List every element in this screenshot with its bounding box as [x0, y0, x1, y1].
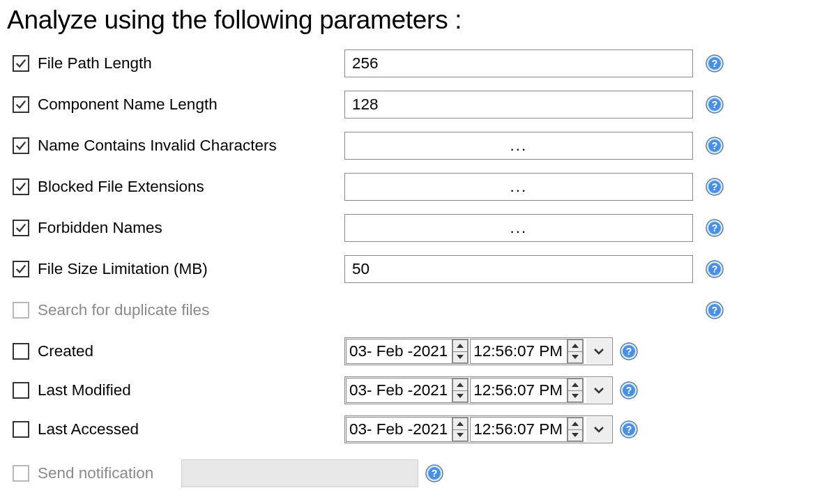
svg-marker-36	[457, 433, 464, 437]
checkbox-modified[interactable]	[13, 382, 29, 399]
input-file-path-length[interactable]	[344, 49, 693, 77]
label-send-notification: Send notification	[38, 464, 181, 482]
checkbox-duplicates	[13, 302, 29, 319]
svg-marker-29	[457, 394, 464, 398]
label-component-name-length: Component Name Length	[38, 96, 344, 114]
time-spinner	[567, 339, 583, 363]
spin-up-icon[interactable]	[452, 379, 468, 390]
checkbox-created[interactable]	[13, 343, 29, 360]
row-send-notification: Send notification ?	[6, 457, 815, 489]
label-created: Created	[38, 342, 344, 360]
svg-marker-21	[457, 344, 464, 348]
label-blocked-ext: Blocked File Extensions	[38, 178, 344, 196]
help-icon[interactable]: ?	[706, 178, 724, 196]
button-forbidden-names-browse[interactable]: ...	[344, 214, 693, 242]
spin-up-icon[interactable]	[452, 339, 468, 351]
checkbox-file-size[interactable]	[13, 261, 29, 277]
row-file-size: File Size Limitation (MB) ?	[6, 253, 815, 284]
checkbox-accessed[interactable]	[13, 421, 29, 438]
spin-down-icon[interactable]	[568, 429, 583, 441]
checkbox-file-path-length[interactable]	[13, 55, 29, 72]
spin-down-icon[interactable]	[452, 390, 468, 402]
help-icon[interactable]: ?	[620, 342, 638, 360]
time-value: 12:56:07 PM	[471, 381, 567, 399]
date-picker-accessed[interactable]: 03- Feb -2021	[346, 417, 469, 442]
svg-text:?: ?	[626, 385, 632, 396]
date-spinner	[452, 339, 468, 363]
checkbox-component-name-length[interactable]	[13, 96, 29, 113]
time-spinner	[567, 418, 583, 441]
page-title: Analyze using the following parameters :	[7, 6, 815, 35]
date-value: 03- Feb -2021	[346, 381, 452, 399]
row-file-path-length: File Path Length ?	[6, 47, 815, 79]
svg-text:?: ?	[712, 99, 718, 110]
help-icon[interactable]: ?	[620, 381, 638, 399]
row-modified: Last Modified 03- Feb -2021 12:56:07 PM …	[6, 374, 815, 406]
svg-marker-37	[572, 422, 579, 426]
button-blocked-ext-browse[interactable]: ...	[344, 173, 693, 201]
svg-marker-38	[572, 433, 579, 437]
label-invalid-chars: Name Contains Invalid Characters	[38, 137, 344, 155]
row-forbidden-names: Forbidden Names ... ?	[6, 212, 815, 243]
row-blocked-ext: Blocked File Extensions ... ?	[6, 171, 815, 202]
input-component-name-length[interactable]	[344, 91, 693, 119]
checkbox-invalid-chars[interactable]	[13, 137, 29, 154]
checkbox-blocked-ext[interactable]	[13, 178, 29, 195]
date-picker-created[interactable]: 03- Feb -2021	[346, 339, 469, 364]
spin-up-icon[interactable]	[452, 418, 468, 429]
help-icon[interactable]: ?	[425, 464, 443, 482]
svg-text:?: ?	[712, 222, 718, 234]
calendar-dropdown-button[interactable]	[586, 339, 611, 364]
datetime-created: 03- Feb -2021 12:56:07 PM	[344, 337, 613, 365]
time-value: 12:56:07 PM	[471, 420, 567, 438]
time-picker-created[interactable]: 12:56:07 PM	[470, 339, 584, 364]
spin-down-icon[interactable]	[568, 351, 583, 363]
spin-down-icon[interactable]	[568, 390, 583, 402]
help-icon[interactable]: ?	[620, 420, 638, 438]
label-accessed: Last Accessed	[38, 420, 344, 438]
time-picker-accessed[interactable]: 12:56:07 PM	[470, 417, 584, 442]
calendar-dropdown-button[interactable]	[586, 378, 611, 403]
svg-marker-28	[457, 383, 464, 387]
spin-up-icon[interactable]	[568, 339, 583, 351]
svg-marker-30	[572, 383, 579, 387]
svg-marker-23	[572, 344, 579, 348]
spin-down-icon[interactable]	[452, 351, 468, 363]
date-spinner	[452, 418, 468, 441]
svg-marker-35	[457, 422, 464, 426]
help-icon[interactable]: ?	[706, 219, 724, 237]
svg-marker-31	[572, 394, 579, 398]
help-icon[interactable]: ?	[706, 96, 724, 114]
input-send-notification	[181, 459, 418, 487]
label-duplicates: Search for duplicate files	[38, 301, 344, 319]
row-component-name-length: Component Name Length ?	[6, 89, 815, 120]
help-icon[interactable]: ?	[706, 137, 724, 155]
label-file-size: File Size Limitation (MB)	[38, 260, 344, 278]
help-icon[interactable]: ?	[706, 260, 724, 278]
input-file-size[interactable]	[344, 255, 693, 283]
svg-text:?: ?	[712, 264, 718, 275]
row-created: Created 03- Feb -2021 12:56:07 PM ?	[6, 335, 815, 367]
calendar-dropdown-button[interactable]	[586, 417, 611, 442]
svg-text:?: ?	[432, 468, 438, 479]
svg-text:?: ?	[712, 305, 718, 316]
checkbox-forbidden-names[interactable]	[13, 220, 29, 236]
checkbox-send-notification	[13, 465, 29, 482]
help-icon[interactable]: ?	[706, 301, 724, 319]
svg-text:?: ?	[712, 140, 718, 151]
help-icon[interactable]: ?	[706, 54, 724, 72]
svg-text:?: ?	[712, 181, 718, 192]
spin-up-icon[interactable]	[568, 418, 583, 429]
button-invalid-chars-browse[interactable]: ...	[344, 132, 693, 160]
time-picker-modified[interactable]: 12:56:07 PM	[470, 378, 584, 403]
spin-down-icon[interactable]	[452, 429, 468, 441]
spin-up-icon[interactable]	[568, 379, 583, 390]
date-picker-modified[interactable]: 03- Feb -2021	[346, 378, 469, 403]
time-spinner	[567, 379, 583, 402]
label-forbidden-names: Forbidden Names	[38, 219, 344, 237]
date-value: 03- Feb -2021	[346, 420, 452, 438]
datetime-accessed: 03- Feb -2021 12:56:07 PM	[344, 415, 613, 443]
row-invalid-chars: Name Contains Invalid Characters ... ?	[6, 130, 815, 161]
svg-marker-24	[572, 355, 579, 359]
date-value: 03- Feb -2021	[346, 342, 452, 360]
